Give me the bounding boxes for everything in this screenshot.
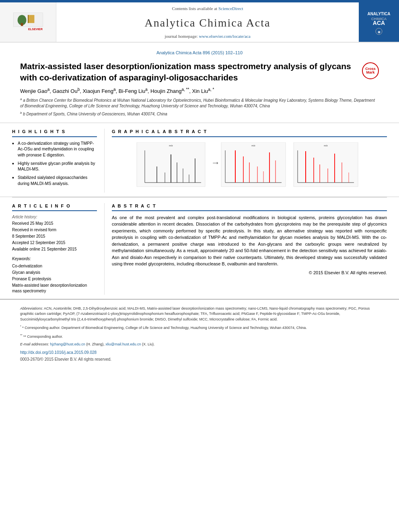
highlight-item-3: • Stabilized sialylated oligosaccharides… — [12, 175, 97, 186]
svg-rect-35 — [294, 142, 358, 187]
highlight-text-2: Highly sensitive glycan profile analysis… — [18, 160, 97, 172]
email-zhang-owner: (H. Zhang), — [86, 342, 105, 346]
homepage-link[interactable]: www.elsevier.com/locate/aca — [199, 34, 250, 39]
sciencedirect-link[interactable]: ScienceDirect — [218, 6, 243, 11]
highlights-header: H I G H L I G H T S — [12, 129, 97, 137]
svg-text:→: → — [211, 158, 220, 168]
available-value: Available online 21 September 2015 — [12, 246, 97, 252]
graphical-abstract-svg: m/z → m/z — [112, 142, 387, 191]
keyword-3: Pronase E proteolysis — [12, 276, 97, 282]
elsevier-logo-area: ELSEVIER — [0, 2, 56, 42]
article-info-col: A R T I C L E I N F O Article history: R… — [12, 203, 105, 295]
abstract-col: A B S T R A C T As one of the most preva… — [105, 203, 387, 295]
article-history-group: Article history: Received 25 May 2015 Re… — [12, 214, 97, 252]
elsevier-logo: ELSEVIER — [10, 12, 46, 32]
crossmark-badge: CrossMark — [362, 62, 379, 79]
accepted-value: Accepted 12 September 2015 — [12, 240, 97, 246]
star-star-sup: ** — [20, 334, 22, 337]
email-link-zhang[interactable]: hjzhang@hust.edu.cn — [50, 342, 85, 346]
abbreviations-text: Abbreviations: ACN, Acetonitrile; DHB, 2… — [20, 306, 379, 322]
corresponding-star-star-text: ** Corresponding author. — [23, 335, 63, 339]
homepage-line: journal homepage: www.elsevier.com/locat… — [165, 33, 250, 39]
svg-text:ACA: ACA — [373, 20, 385, 26]
highlights-graphical-section: H I G H L I G H T S • A co-derivatizatio… — [0, 123, 399, 197]
authors-line: Wenjie Gaoa, Gaozhi Oub, Xiaojun Fenga, … — [20, 87, 379, 95]
journal-header: ELSEVIER Contents lists available at Sci… — [0, 2, 399, 43]
email-label: E-mail addresses: — [20, 342, 49, 346]
bullet-3: • — [12, 175, 16, 181]
email-line: E-mail addresses: hjzhang@hust.edu.cn (H… — [20, 342, 379, 347]
highlight-text-3: Stabilized sialylated oligosaccharides d… — [18, 175, 97, 186]
highlight-text-1: A co-derivatization strategy using TMPP-… — [18, 140, 97, 158]
graphical-abstract-col: G R A P H I C A L A B S T R A C T m/z — [105, 129, 387, 192]
keywords-label: Keywords: — [12, 256, 97, 262]
highlight-item-2: • Highly sensitive glycan profile analys… — [12, 160, 97, 172]
email-liu-owner: (X. Liu). — [142, 342, 155, 346]
received-revised-label: Received in revised form — [12, 227, 97, 233]
journal-logo-right: ANALYTICA CHIMICA ACA ◉ — [359, 2, 399, 42]
keyword-2: Glycan analysis — [12, 270, 97, 275]
page: ELSEVIER Contents lists available at Sci… — [0, 0, 399, 532]
keywords-section: Keywords: Co-derivatization Glycan analy… — [12, 256, 97, 294]
doi-line: http://dx.doi.org/10.1016/j.aca.2015.09.… — [20, 350, 379, 355]
journal-title: Analytica Chimica Acta — [144, 15, 270, 31]
email-link-liu[interactable]: xliu@mail.hust.edu.cn — [105, 342, 141, 346]
affiliation-a-text: a Britton Chance Center for Biomedical P… — [20, 98, 375, 108]
article-info-abstract-section: A R T I C L E I N F O Article history: R… — [0, 197, 399, 299]
abbreviations-label: Abbreviations: — [20, 306, 43, 310]
bullet-1: • — [12, 140, 16, 147]
sciencedirect-line: Contents lists available at ScienceDirec… — [172, 6, 243, 12]
article-header-section: Analytica Chimica Acta 896 (2015) 102–11… — [0, 43, 399, 123]
graphical-abstract-area: m/z → m/z — [112, 140, 387, 193]
keyword-4: Matrix-assisted laser desorption/ionizat… — [12, 283, 97, 294]
svg-rect-24 — [221, 142, 286, 187]
article-title: Matrix-assisted laser desorption/ionizat… — [20, 61, 358, 83]
graphical-abstract-header: G R A P H I C A L A B S T R A C T — [112, 129, 387, 137]
journal-center: Contents lists available at ScienceDirec… — [56, 2, 359, 42]
svg-text:ELSEVIER: ELSEVIER — [28, 27, 43, 31]
affiliation-b: b b Department of Sports, China Universi… — [20, 111, 379, 117]
abstract-text: As one of the most prevalent and complex… — [112, 214, 387, 267]
svg-rect-4 — [28, 15, 29, 23]
svg-text:m/z: m/z — [169, 144, 173, 147]
abbreviations-content: ACN, Acetonitrile; DHB, 2,5-Dihydroxyben… — [20, 306, 370, 321]
svg-text:m/z: m/z — [251, 144, 255, 147]
homepage-label: journal homepage: — [165, 34, 197, 39]
crossmark-label: CrossMark — [365, 67, 376, 75]
highlight-item-1: • A co-derivatization strategy using TMP… — [12, 140, 97, 158]
corresponding-star-text: * Corresponding author. Department of Bi… — [22, 326, 307, 330]
received-value: Received 25 May 2015 — [12, 221, 97, 226]
affiliation-a: a a Britton Chance Center for Biomedical… — [20, 97, 379, 109]
abstract-copyright: © 2015 Elsevier B.V. All rights reserved… — [112, 270, 387, 276]
svg-rect-2 — [21, 23, 23, 26]
issn-line: 0003-2670/© 2015 Elsevier B.V. All right… — [20, 357, 379, 362]
sciencedirect-label: Contents lists available at — [172, 6, 217, 11]
article-title-row: Matrix-assisted laser desorption/ionizat… — [20, 61, 379, 83]
footer-area: Abbreviations: ACN, Acetonitrile; DHB, 2… — [0, 299, 399, 366]
abstract-header: A B S T R A C T — [112, 203, 387, 211]
aca-logo-svg: ANALYTICA CHIMICA ACA ◉ — [365, 7, 393, 37]
journal-ref: Analytica Chimica Acta 896 (2015) 102–11… — [20, 50, 379, 56]
corresponding-star-star: ** ** Corresponding author. — [20, 333, 379, 340]
doi-link[interactable]: http://dx.doi.org/10.1016/j.aca.2015.09.… — [20, 350, 97, 355]
history-label: Article history: — [12, 214, 97, 220]
svg-rect-3 — [28, 15, 34, 23]
highlights-col: H I G H L I G H T S • A co-derivatizatio… — [12, 129, 105, 192]
svg-text:◉: ◉ — [378, 30, 380, 34]
bullet-2: • — [12, 160, 16, 167]
article-info-header: A R T I C L E I N F O — [12, 203, 97, 211]
star-sup: * — [20, 325, 21, 328]
affiliation-b-text: b Department of Sports, China University… — [23, 112, 167, 116]
svg-text:m/z: m/z — [324, 144, 328, 147]
svg-text:ANALYTICA: ANALYTICA — [368, 12, 391, 16]
keyword-1: Co-derivatization — [12, 263, 97, 269]
received-revised-date: 8 September 2015 — [12, 234, 97, 239]
corresponding-star: * * Corresponding author. Department of … — [20, 325, 379, 331]
